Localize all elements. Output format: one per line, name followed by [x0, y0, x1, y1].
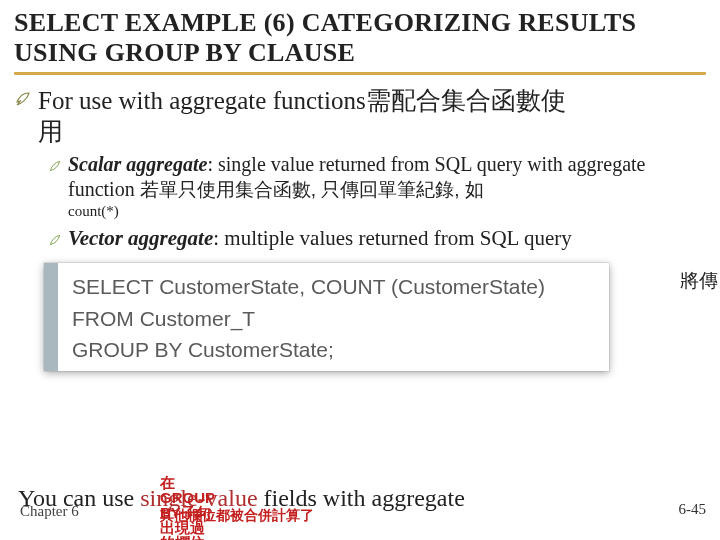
sql-line-1: SELECT CustomerState, COUNT (CustomerSta…	[72, 271, 597, 303]
leaf-icon	[48, 233, 62, 251]
footer-sentence: 在GROUP BY子句出現過的欄位才可以調用； You can use sing…	[18, 486, 710, 522]
chapter-label: Chapter 6	[20, 503, 79, 520]
scalar-label: Scalar aggregate	[68, 153, 207, 175]
scalar-bullet-row: Scalar aggregate: single value returned …	[48, 152, 716, 220]
scalar-cjk: 若單只使用集合函數, 只傳回單筆紀錄, 如	[140, 179, 484, 200]
feather-icon	[14, 90, 32, 108]
main-bullet-cjk-line2: 用	[38, 116, 566, 146]
vector-bullet-row: Vector aggregate: multiple values return…	[48, 226, 716, 252]
slide-title: SELECT EXAMPLE (6) CATEGORIZING RESULTS …	[0, 0, 720, 70]
vector-text: : multiple values returned from SQL quer…	[213, 226, 571, 250]
sql-line-2: FROM Customer_T	[72, 303, 597, 335]
page-number: 6-45	[679, 501, 707, 518]
main-bullet: For use with aggregate functions需配合集合函數使…	[38, 85, 566, 146]
scalar-bullet: Scalar aggregate: single value returned …	[68, 152, 716, 220]
trailing-cjk: 將傳	[680, 268, 718, 294]
vector-label: Vector aggregate	[68, 226, 213, 250]
vector-bullet: Vector aggregate: multiple values return…	[68, 226, 572, 252]
sql-line-3: GROUP BY CustomerState;	[72, 334, 597, 366]
main-bullet-text: For use with aggregate functions	[38, 87, 366, 114]
content-area: For use with aggregate functions需配合集合函數使…	[0, 75, 720, 252]
sub-bullets: Scalar aggregate: single value returned …	[14, 152, 716, 252]
footer-red-top: 在GROUP BY子句出現過的欄位才可以調用；	[160, 475, 215, 540]
scalar-note: count(*)	[68, 203, 716, 220]
sql-callout: SELECT CustomerState, COUNT (CustomerSta…	[44, 263, 609, 371]
leaf-icon	[48, 159, 62, 177]
main-bullet-row: For use with aggregate functions需配合集合函數使…	[14, 85, 716, 146]
main-bullet-cjk: 需配合集合函數使	[366, 86, 566, 114]
